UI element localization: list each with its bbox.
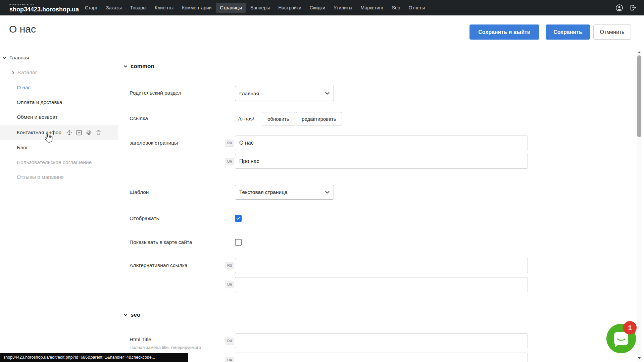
nav-item-seo[interactable]: Seo — [388, 3, 404, 13]
html-title-ua-input[interactable] — [235, 353, 528, 362]
page-title-ua-input[interactable] — [235, 154, 528, 169]
logout-icon[interactable] — [629, 4, 637, 11]
page-title-ru-input[interactable] — [235, 136, 528, 150]
tree-item-actions — [66, 129, 102, 136]
nav-item-stranitsy[interactable]: Страницы — [216, 3, 246, 13]
navbar-right — [615, 4, 637, 12]
sidebar-item-label: Оплата и доставка — [17, 99, 62, 105]
nav-item-start[interactable]: Старт — [81, 3, 101, 13]
sidebar-item-katalog[interactable]: Каталог — [0, 65, 118, 80]
sidebar-item-obmen-i-vozvrat[interactable]: Обмен и возврат — [0, 110, 118, 124]
sidebar-item-label: Пользовательское соглашение — [17, 159, 92, 165]
select-chevron-icon — [325, 191, 330, 194]
sidebar-item-label: Отзывы о магазине — [17, 174, 64, 180]
sitemap-checkbox[interactable] — [235, 239, 242, 246]
chat-bubble-icon — [614, 332, 628, 345]
cancel-button[interactable]: Отменить — [593, 24, 631, 40]
browser-status-bar: shop34423.horoshop.ua/edit/edit.php?id=6… — [0, 353, 188, 362]
nav-item-tovary[interactable]: Товары — [127, 3, 150, 13]
link-path-value: /o-nas/ — [238, 116, 254, 122]
sidebar-item-label: Главная — [9, 55, 29, 61]
page-edit-form: common Родительский раздел Главная Ссылк… — [118, 49, 635, 362]
html-title-hint: Полная замена title, генерируемого — [130, 345, 201, 350]
sidebar-item-label: Контактная инфор — [17, 130, 61, 136]
logo[interactable]: HOROSHOP V4 shop34423.horoshop.ua — [9, 3, 79, 13]
add-page-icon[interactable] — [76, 129, 83, 136]
sidebar-item-label: О нас — [17, 85, 31, 91]
template-select[interactable]: Текстовая страница — [235, 185, 334, 200]
sidebar-item-label: Блог — [17, 145, 28, 151]
chevron-down-icon[interactable] — [3, 56, 6, 60]
nav-item-zakazy[interactable]: Заказы — [102, 3, 126, 13]
user-account-icon[interactable] — [615, 4, 623, 12]
sitemap-label: Показывать в карте сайта — [130, 239, 192, 245]
html-title-ru-input[interactable] — [235, 333, 528, 348]
section-seo-title: seo — [131, 312, 140, 318]
nav-item-otchety[interactable]: Отчеты — [405, 3, 429, 13]
sidebar-item-oplata-i-dostavka[interactable]: Оплата и доставка — [0, 95, 118, 110]
scroll-down-arrow[interactable] — [637, 355, 642, 361]
logo-version-text: HOROSHOP V4 — [9, 3, 79, 6]
alt-link-label: Альтернативная ссылка — [130, 262, 188, 268]
sidebar-item-polzovatelskoe-soglashenie[interactable]: Пользовательское соглашение — [0, 155, 118, 170]
nav-item-utility[interactable]: Утилиты — [330, 3, 356, 13]
vertical-scrollbar[interactable] — [637, 49, 642, 362]
sidebar-item-kontaktnaya-infor[interactable]: Контактная инфор — [0, 125, 118, 140]
lang-chip-ua: UA — [225, 357, 234, 362]
link-label: Ссылка — [130, 115, 148, 121]
main-menu: Старт Заказы Товары Клиенты Комментарии … — [81, 3, 429, 13]
display-label: Отображать — [130, 215, 159, 221]
lang-chip-ru: RU — [225, 262, 234, 269]
page-title-field-label: заголовок страницы — [130, 140, 178, 146]
lang-chip-ua: UA — [225, 281, 234, 288]
nav-item-skidki[interactable]: Скидки — [306, 3, 329, 13]
logo-domain-text: shop34423.horoshop.ua — [9, 6, 79, 13]
lang-chip-ua: UA — [225, 158, 234, 165]
sidebar-item-glavnaya[interactable]: Главная — [0, 50, 118, 65]
lang-chip-ru: RU — [225, 140, 234, 146]
alt-link-ru-input[interactable] — [235, 258, 528, 273]
chevron-down-icon — [123, 64, 128, 68]
lang-chip-ru: RU — [225, 338, 234, 344]
page-title: О нас — [9, 23, 36, 35]
sidebar-item-blog[interactable]: Блог — [0, 140, 118, 155]
link-edit-button[interactable]: редактировать — [296, 112, 342, 125]
page-header: О нас Сохранить и выйти Сохранить Отмени… — [0, 15, 644, 49]
parent-section-label: Родительский раздел — [130, 90, 181, 96]
template-label: Шаблон — [130, 189, 149, 195]
nav-item-marketing[interactable]: Маркетинг — [357, 3, 387, 13]
link-update-button[interactable]: обновить — [262, 112, 295, 125]
alt-link-ua-input[interactable] — [235, 277, 528, 292]
chevron-right-icon[interactable] — [11, 71, 15, 74]
save-button[interactable]: Сохранить — [546, 24, 590, 40]
section-common-toggle[interactable]: common — [123, 63, 154, 70]
drag-move-icon[interactable] — [66, 129, 73, 136]
chat-unread-badge: 1 — [623, 321, 637, 334]
settings-icon[interactable] — [85, 129, 92, 136]
template-value: Текстовая страница — [239, 189, 288, 195]
sidebar-item-otzyvy-o-magazine[interactable]: Отзывы о магазине — [0, 170, 118, 185]
html-title-label: Html Title — [130, 337, 151, 343]
nav-item-bannery[interactable]: Баннеры — [247, 3, 274, 13]
parent-section-value: Главная — [239, 91, 259, 97]
select-chevron-icon — [325, 92, 330, 95]
display-checkbox[interactable] — [235, 215, 242, 222]
delete-icon[interactable] — [95, 129, 102, 136]
scrollbar-thumb[interactable] — [637, 55, 641, 137]
save-and-exit-button[interactable]: Сохранить и выйти — [469, 24, 539, 40]
nav-item-kommentarii[interactable]: Комментарии — [178, 3, 215, 13]
pages-tree-sidebar: Главная Каталог О нас Оплата и доставка … — [0, 49, 118, 362]
chevron-down-icon — [123, 313, 128, 317]
scroll-up-arrow[interactable] — [637, 50, 642, 55]
parent-section-select[interactable]: Главная — [235, 86, 334, 101]
section-common-title: common — [131, 63, 154, 70]
top-navbar: HOROSHOP V4 shop34423.horoshop.ua Старт … — [0, 0, 644, 15]
section-seo-toggle[interactable]: seo — [123, 312, 140, 318]
sidebar-item-o-nas[interactable]: О нас — [0, 80, 118, 95]
check-icon — [236, 216, 241, 221]
sidebar-item-label: Обмен и возврат — [17, 114, 58, 120]
nav-item-nastroyki[interactable]: Настройки — [275, 3, 305, 13]
nav-item-klienty[interactable]: Клиенты — [151, 3, 177, 13]
sidebar-item-label: Каталог — [18, 69, 37, 75]
